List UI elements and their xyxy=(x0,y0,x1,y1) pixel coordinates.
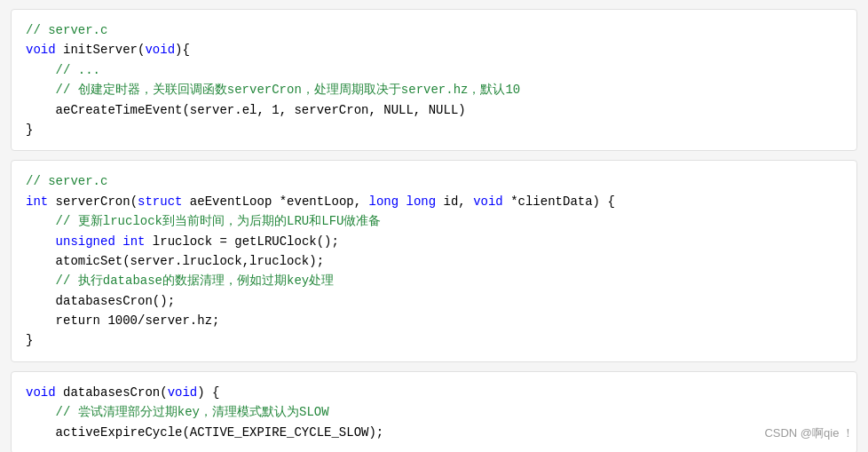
line-b1l3: // ... xyxy=(26,60,842,80)
code-block-3: void databasesCron(void) { // 尝试清理部分过期ke… xyxy=(11,371,857,452)
text: activeExpireCycle(ACTIVE_EXPIRE_CYCLE_SL… xyxy=(26,425,383,440)
keyword-void5: void xyxy=(168,385,198,400)
text xyxy=(115,234,122,249)
code-block-1: // server.c void initServer(void){ // ..… xyxy=(11,9,857,151)
text xyxy=(398,194,406,209)
code-content-1: // server.c void initServer(void){ // ..… xyxy=(26,20,842,139)
line-b2l8: return 1000/server.hz; xyxy=(26,311,842,330)
keyword-void: void xyxy=(26,43,56,57)
text: id, xyxy=(436,194,473,209)
comment: // server.c xyxy=(26,23,107,37)
keyword-int2: int xyxy=(122,234,145,249)
watermark: CSDN @啊qie ！ xyxy=(764,425,854,441)
text: databasesCron(); xyxy=(26,294,175,308)
comment: // 尝试清理部分过期key，清理模式默认为SLOW xyxy=(26,405,329,419)
text: atomicSet(server.lruclock,lruclock); xyxy=(26,254,324,268)
line-b1l6: } xyxy=(26,120,842,139)
line-b1l5: aeCreateTimeEvent(server.el, 1, serverCr… xyxy=(26,100,842,120)
line-b2l6: // 执行database的数据清理，例如过期key处理 xyxy=(26,271,842,290)
line-b3l2: // 尝试清理部分过期key，清理模式默认为SLOW xyxy=(26,402,842,422)
text: serverCron( xyxy=(48,194,138,209)
text xyxy=(26,234,56,249)
keyword-int: int xyxy=(26,194,48,209)
line-b3l1: void databasesCron(void) { xyxy=(26,383,842,402)
line-b3l3: activeExpireCycle(ACTIVE_EXPIRE_CYCLE_SL… xyxy=(26,423,842,442)
line-b2l9: } xyxy=(26,330,842,350)
text: aeCreateTimeEvent(server.el, 1, serverCr… xyxy=(26,103,466,117)
text: lruclock = getLRUClock(); xyxy=(145,234,338,249)
keyword-void3: void xyxy=(473,194,503,209)
comment: // 创建定时器，关联回调函数serverCron，处理周期取决于server.… xyxy=(26,83,520,97)
text: ) { xyxy=(197,385,219,400)
comment: // server.c xyxy=(26,174,107,188)
line-b2l5: atomicSet(server.lruclock,lruclock); xyxy=(26,251,842,271)
keyword-struct: struct xyxy=(138,194,182,209)
keyword-void4: void xyxy=(26,385,56,400)
text: initServer( xyxy=(56,43,146,57)
line-b1l2: void initServer(void){ xyxy=(26,40,842,59)
keyword-void2: void xyxy=(145,43,175,57)
code-editor: // server.c void initServer(void){ // ..… xyxy=(0,9,868,452)
text: } xyxy=(26,123,33,137)
line-b2l7: databasesCron(); xyxy=(26,291,842,311)
line-b1l1: // server.c xyxy=(26,20,842,40)
text: *clientData) { xyxy=(503,194,615,209)
line-b2l3: // 更新lruclock到当前时间，为后期的LRU和LFU做准备 xyxy=(26,211,842,231)
comment: // 执行database的数据清理，例如过期key处理 xyxy=(26,274,334,288)
line-b2l4: unsigned int lruclock = getLRUClock(); xyxy=(26,232,842,251)
text: ){ xyxy=(175,43,190,57)
line-b1l4: // 创建定时器，关联回调函数serverCron，处理周期取决于server.… xyxy=(26,80,842,99)
code-block-2: // server.c int serverCron(struct aeEven… xyxy=(11,160,857,362)
keyword-unsigned: unsigned xyxy=(56,234,115,249)
keyword-long1: long xyxy=(369,194,399,209)
text: databasesCron( xyxy=(56,385,168,400)
code-content-3: void databasesCron(void) { // 尝试清理部分过期ke… xyxy=(26,383,842,442)
line-b2l2: int serverCron(struct aeEventLoop *event… xyxy=(26,192,842,211)
comment: // 更新lruclock到当前时间，为后期的LRU和LFU做准备 xyxy=(26,214,381,228)
comment: // ... xyxy=(26,63,100,77)
text: return 1000/server.hz; xyxy=(26,313,219,328)
line-b2l1: // server.c xyxy=(26,171,842,191)
code-content-2: // server.c int serverCron(struct aeEven… xyxy=(26,171,842,351)
keyword-long2: long xyxy=(406,194,437,209)
text: aeEventLoop *eventLoop, xyxy=(182,194,368,209)
text: } xyxy=(26,333,33,347)
